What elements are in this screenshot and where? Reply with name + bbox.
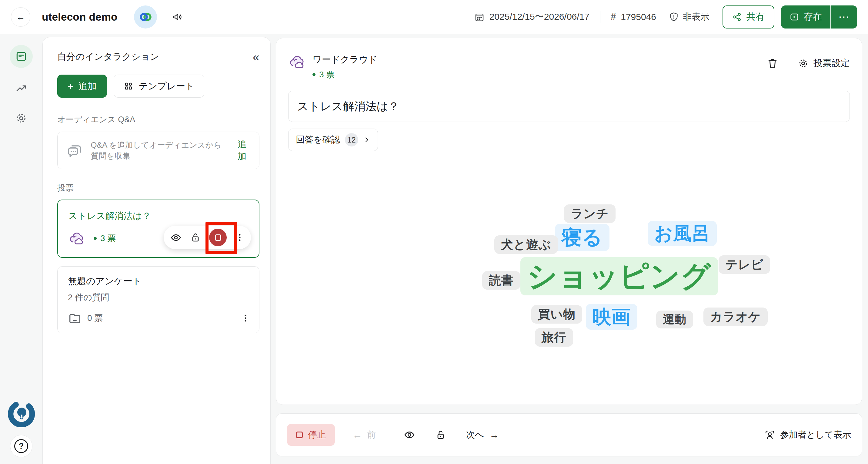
kebab-icon <box>235 233 244 242</box>
poll-editor-card: ワードクラウド 3 票 投票設定 ストレス <box>276 38 862 405</box>
chat-bubbles-icon <box>66 142 83 159</box>
arrow-left-icon: ← <box>352 430 362 440</box>
date-range: 2025/12/15〜2026/06/17 <box>490 10 589 23</box>
collapse-panel-button[interactable]: « <box>253 51 259 63</box>
stop-poll-button[interactable] <box>209 229 227 246</box>
top-bar-right: 2025/12/15〜2026/06/17 # 1795046 非表示 共有 <box>474 5 857 29</box>
trash-icon <box>767 58 778 69</box>
event-title: utelecon demo <box>42 11 118 23</box>
qa-empty-card: Q&A を追加してオーディエンスから質問を収集 追加 <box>57 132 259 169</box>
hash-icon: # <box>611 11 616 23</box>
panel-title: 自分のインタラクション <box>57 51 159 63</box>
stop-label: 停止 <box>308 429 326 441</box>
qa-empty-text: Q&A を追加してオーディエンスから質問を収集 <box>91 140 225 162</box>
share-button[interactable]: 共有 <box>722 5 774 29</box>
survey-card[interactable]: 無題のアンケート 2 件の質問 0 票 <box>57 266 259 333</box>
unlock-icon <box>435 429 446 440</box>
wordcloud-word: ショッピング <box>520 257 718 295</box>
interactions-panel-icon <box>15 50 27 62</box>
add-interaction-button[interactable]: + 追加 <box>57 75 107 98</box>
header-more-button[interactable]: ⋯ <box>831 5 857 29</box>
wordcloud-word: 旅行 <box>535 328 573 347</box>
webex-logo-icon <box>138 10 152 24</box>
question-mark-icon: ? <box>14 439 28 453</box>
template-label: テンプレート <box>139 80 194 92</box>
wordcloud-word: カラオケ <box>704 308 768 326</box>
lock-votes-button[interactable] <box>190 232 201 243</box>
rail-item-analytics[interactable] <box>15 83 27 95</box>
rail-item-settings[interactable] <box>15 112 27 124</box>
wordcloud-word: 運動 <box>656 311 693 328</box>
event-code-group: # 1795046 <box>611 11 656 23</box>
survey-title: 無題のアンケート <box>68 275 250 288</box>
survey-votes: 0 票 <box>87 312 103 324</box>
poll-votes: 3 票 <box>100 233 116 244</box>
present-button-group: 存在 ⋯ <box>781 5 857 29</box>
kebab-icon <box>241 314 250 323</box>
visibility-status[interactable]: 非表示 <box>669 11 709 23</box>
header-divider <box>600 10 600 23</box>
gear-icon <box>15 112 27 124</box>
participant-view-icon <box>764 429 775 440</box>
question-input[interactable]: ストレス解消法は？ <box>288 91 850 122</box>
live-dot <box>312 73 315 76</box>
stop-button[interactable]: 停止 <box>287 424 335 446</box>
delete-poll-button[interactable] <box>767 58 778 69</box>
polls-section-label: 投票 <box>57 182 259 194</box>
announcement-icon[interactable] <box>172 11 183 23</box>
review-answers-label: 回答を確認 <box>296 134 340 146</box>
wordcloud-word: 映画 <box>586 304 638 330</box>
eye-icon <box>170 232 182 243</box>
poll-settings-button[interactable]: 投票設定 <box>798 57 850 69</box>
survey-question-count: 2 件の質問 <box>68 292 250 303</box>
view-as-participant-button[interactable]: 参加者として表示 <box>764 429 851 441</box>
wordcloud-word: 犬と遊ぶ <box>494 235 558 254</box>
poll-card-title: ストレス解消法は？ <box>68 210 250 222</box>
help-button[interactable]: ? <box>10 435 32 457</box>
shield-alert-icon <box>669 12 679 22</box>
poll-type-label: ワードクラウド <box>312 53 377 66</box>
folder-icon <box>68 311 82 325</box>
back-arrow-icon: ← <box>16 12 25 22</box>
present-play-icon <box>789 12 799 22</box>
lock-votes-button[interactable] <box>435 429 446 440</box>
arrow-right-icon: → <box>490 430 499 440</box>
ellipsis-icon: ⋯ <box>838 10 850 23</box>
template-button[interactable]: テンプレート <box>114 75 205 98</box>
event-code: 1795046 <box>621 12 656 22</box>
previous-button: ← 前 <box>352 429 376 441</box>
wordcloud-word: お風呂 <box>648 221 717 246</box>
share-label: 共有 <box>746 10 765 23</box>
back-button[interactable]: ← <box>11 7 30 27</box>
qa-add-link[interactable]: 追加 <box>234 138 251 163</box>
grid-icon <box>124 81 133 91</box>
survey-more-button[interactable] <box>241 314 250 323</box>
wordcloud-word: 買い物 <box>531 305 582 324</box>
interactions-panel: 自分のインタラクション « + 追加 テンプレート オーディエンス Q&A <box>42 37 271 464</box>
lightbulb-logo-icon <box>7 399 35 427</box>
top-bar: ← utelecon demo 2025/12/15〜2026/06/17 <box>0 0 868 34</box>
next-label: 次へ <box>466 429 484 441</box>
stop-icon <box>296 432 303 438</box>
wordcloud-word: 寝る <box>555 224 610 251</box>
present-label: 存在 <box>804 10 822 23</box>
left-rail: ? <box>0 34 42 464</box>
next-button[interactable]: 次へ → <box>466 429 499 441</box>
previous-label: 前 <box>367 429 376 441</box>
stop-icon <box>215 234 221 241</box>
present-button[interactable]: 存在 <box>781 5 830 29</box>
add-label: 追加 <box>79 80 97 92</box>
date-range-group: 2025/12/15〜2026/06/17 <box>474 10 589 23</box>
poll-more-button[interactable] <box>235 233 244 242</box>
rail-item-interactions[interactable] <box>10 45 33 68</box>
poll-settings-label: 投票設定 <box>813 57 850 69</box>
presenter-controls-bar: 停止 ← 前 次へ → 参加者として表示 <box>276 413 862 457</box>
preview-eye-button[interactable] <box>404 429 415 441</box>
poll-card-active[interactable]: ストレス解消法は？ 3 票 <box>57 200 259 258</box>
preview-eye-button[interactable] <box>170 232 182 243</box>
wordcloud-word: ランチ <box>564 204 616 223</box>
main-votes: 3 票 <box>319 69 335 80</box>
review-answers-button[interactable]: 回答を確認 12 <box>288 128 378 151</box>
poll-hover-toolbar <box>164 226 251 249</box>
share-icon <box>732 12 742 22</box>
